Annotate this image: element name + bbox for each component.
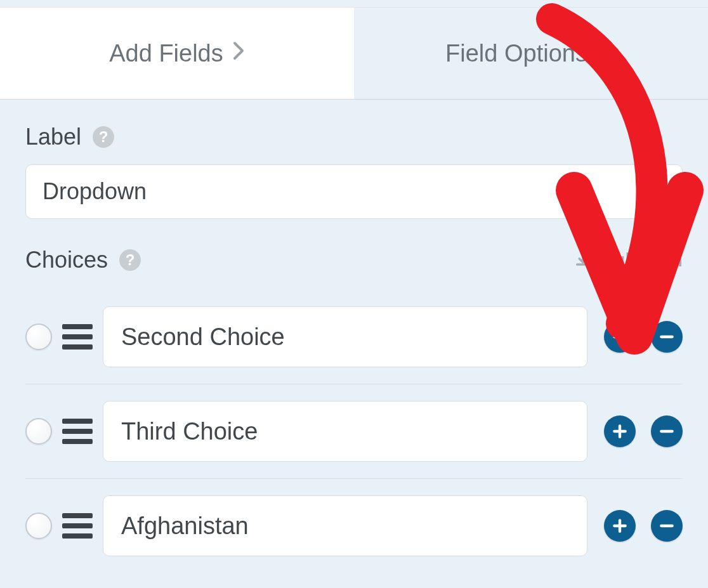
default-radio[interactable] — [25, 513, 52, 539]
row-actions — [604, 415, 683, 447]
choice-input[interactable] — [103, 495, 587, 556]
add-choice-button[interactable] — [604, 510, 636, 542]
bulk-add-button[interactable]: Bulk Add — [574, 249, 683, 271]
add-choice-button[interactable] — [604, 321, 636, 353]
window-top-strip — [0, 0, 708, 8]
field-options-panel: Label ? Choices ? Bulk Add — [0, 100, 708, 573]
section-heading-label: Label ? — [25, 124, 683, 150]
choice-input[interactable] — [103, 306, 587, 367]
chevron-down-icon — [596, 40, 617, 67]
section-heading-choices: Choices ? — [25, 247, 141, 273]
drag-handle-icon[interactable] — [62, 418, 93, 445]
tab-field-options[interactable]: Field Options — [354, 8, 708, 99]
choices-header: Choices ? Bulk Add — [25, 247, 683, 273]
bulk-add-label: Bulk Add — [600, 249, 683, 271]
section-title: Label — [25, 124, 81, 150]
chevron-right-icon — [232, 40, 245, 67]
drag-handle-icon[interactable] — [62, 323, 93, 350]
default-radio[interactable] — [25, 323, 52, 350]
default-radio[interactable] — [25, 418, 52, 445]
section-title: Choices — [25, 247, 108, 273]
remove-choice-button[interactable] — [651, 321, 683, 353]
row-actions — [604, 321, 683, 353]
choice-row — [25, 290, 683, 384]
choice-row — [25, 384, 683, 479]
choice-list — [25, 290, 683, 573]
label-input[interactable] — [25, 164, 683, 219]
tab-label: Add Fields — [109, 40, 223, 67]
drag-handle-icon[interactable] — [62, 513, 93, 539]
remove-choice-button[interactable] — [651, 510, 683, 542]
help-icon[interactable]: ? — [93, 126, 114, 148]
tab-bar: Add Fields Field Options — [0, 8, 708, 100]
help-icon[interactable]: ? — [119, 249, 141, 271]
add-choice-button[interactable] — [604, 415, 636, 447]
remove-choice-button[interactable] — [651, 415, 683, 447]
tab-add-fields[interactable]: Add Fields — [0, 8, 354, 99]
label-section: Label ? — [25, 124, 683, 219]
download-icon — [574, 251, 592, 269]
choice-row — [25, 479, 683, 573]
row-actions — [604, 510, 683, 542]
choice-input[interactable] — [103, 401, 587, 462]
tab-label: Field Options — [445, 40, 587, 67]
